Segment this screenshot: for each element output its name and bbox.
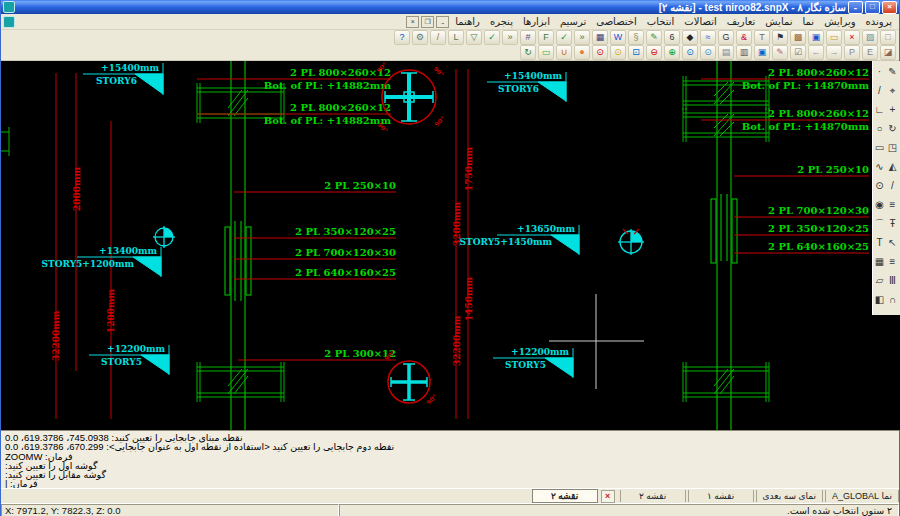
draw-tool-icon[interactable]: ⊙: [873, 177, 886, 196]
draw-tool-icon[interactable]: +: [886, 101, 899, 120]
left-column[interactable]: [225, 61, 251, 430]
sheet-tab[interactable]: نقشه ۲: [620, 490, 686, 502]
toolbar-icon[interactable]: ?: [394, 30, 410, 45]
sheet-tab[interactable]: نما A_GLOBAL: [825, 490, 899, 502]
menu-item[interactable]: تعاریف: [722, 16, 761, 27]
toolbar-icon[interactable]: ⊙: [700, 45, 716, 60]
toolbar-icon[interactable]: F: [538, 30, 554, 45]
toolbar-icon[interactable]: ←: [808, 45, 824, 60]
draw-tool-icon[interactable]: ◳: [886, 139, 899, 158]
toolbar-icon[interactable]: E: [862, 45, 878, 60]
maximize-button[interactable]: □: [865, 1, 880, 14]
toolbar-icon[interactable]: ⊙: [592, 45, 608, 60]
draw-tool-icon[interactable]: ▦: [873, 253, 886, 272]
toolbar-icon[interactable]: ✎: [646, 30, 662, 45]
draw-tool-icon[interactable]: ∟: [873, 101, 886, 120]
mdi-close-button[interactable]: ×: [406, 16, 419, 28]
minimize-button[interactable]: ـ: [848, 1, 863, 14]
menu-item[interactable]: ترسیم: [555, 16, 591, 27]
toolbar-icon[interactable]: W: [610, 30, 626, 45]
menu-item[interactable]: انتخاب: [642, 16, 680, 27]
toolbar-icon[interactable]: »: [574, 30, 590, 45]
menu-item[interactable]: اختصاصی: [591, 16, 642, 27]
draw-tool-icon[interactable]: ↖: [886, 234, 899, 253]
tab-close-icon[interactable]: ×: [601, 490, 615, 503]
toolbar-icon[interactable]: L: [448, 30, 464, 45]
draw-tool-icon[interactable]: /: [873, 82, 886, 101]
right-column[interactable]: [711, 61, 737, 430]
menu-item[interactable]: نمایش: [760, 16, 797, 27]
draw-tool-icon[interactable]: ≡: [886, 253, 899, 272]
toolbar-icon[interactable]: ▣: [808, 30, 824, 45]
toolbar-icon[interactable]: P: [844, 45, 860, 60]
toolbar-icon[interactable]: ⊖: [646, 45, 662, 60]
draw-tool-icon[interactable]: ↻: [886, 120, 899, 139]
toolbar-icon[interactable]: §: [628, 30, 644, 45]
sheet-tab-active[interactable]: نقشه ۲: [532, 489, 598, 503]
toolbar-icon[interactable]: ⊕: [664, 45, 680, 60]
menu-item[interactable]: ویرایش: [819, 16, 860, 27]
toolbar-icon[interactable]: ⚙: [412, 30, 428, 45]
draw-tool-icon[interactable]: ✎: [886, 63, 899, 82]
toolbar-icon[interactable]: »: [502, 30, 518, 45]
draw-tool-icon[interactable]: ·: [873, 63, 886, 82]
menu-item[interactable]: نما: [798, 16, 820, 27]
toolbar-icon[interactable]: ●: [574, 45, 590, 60]
toolbar-icon[interactable]: T: [754, 30, 770, 45]
toolbar-icon[interactable]: ▭: [538, 45, 554, 60]
menu-item[interactable]: پرونده: [861, 16, 897, 27]
draw-tool-icon[interactable]: ⌒: [873, 215, 886, 234]
toolbar-icon[interactable]: ▥: [736, 45, 752, 60]
draw-tool-icon[interactable]: T: [873, 234, 886, 253]
toolbar-icon[interactable]: ↻: [520, 45, 536, 60]
toolbar-icon[interactable]: ∪: [556, 45, 572, 60]
draw-tool-icon[interactable]: ○: [873, 120, 886, 139]
menu-item[interactable]: ابزارها: [518, 16, 555, 27]
crosshair-cursor[interactable]: [549, 294, 644, 389]
toolbar-icon[interactable]: ✓: [484, 30, 500, 45]
draw-tool-icon[interactable]: ▱: [873, 272, 886, 291]
close-button[interactable]: ×: [882, 1, 897, 14]
toolbar-icon[interactable]: /: [430, 30, 446, 45]
toolbar-icon[interactable]: &: [736, 30, 752, 45]
mdi-minimize-button[interactable]: ـ: [436, 16, 449, 28]
toolbar-icon[interactable]: ⊡: [628, 45, 644, 60]
menu-item[interactable]: اتصالات: [679, 16, 721, 27]
toolbar-icon[interactable]: ⊙: [610, 45, 626, 60]
draw-tool-icon[interactable]: ∿: [873, 158, 886, 177]
toolbar-icon[interactable]: ⊙: [682, 45, 698, 60]
toolbar-icon[interactable]: ◪: [880, 45, 896, 60]
toolbar-icon[interactable]: G: [718, 30, 734, 45]
toolbar-icon[interactable]: ☑: [790, 45, 806, 60]
toolbar-icon[interactable]: ⚑: [772, 30, 788, 45]
toolbar-icon[interactable]: ▤: [718, 45, 734, 60]
draw-tool-icon[interactable]: ◧: [873, 291, 886, 310]
title-bar[interactable]: سازه نگار ۸ - test niroo82.snpX - [نقشه …: [1, 0, 899, 14]
draw-tool-icon[interactable]: ▭: [873, 139, 886, 158]
toolbar-icon[interactable]: □: [880, 30, 896, 45]
toolbar-icon[interactable]: ✎: [772, 45, 788, 60]
toolbar-icon[interactable]: ▨: [862, 30, 878, 45]
toolbar-icon[interactable]: ▣: [754, 45, 770, 60]
sheet-tab[interactable]: نقشه ۱: [688, 490, 754, 502]
draw-tool-icon[interactable]: ∩: [886, 291, 899, 310]
toolbar-icon[interactable]: ▩: [790, 30, 806, 45]
toolbar-icon[interactable]: ◆: [682, 30, 698, 45]
toolbar-icon[interactable]: ≈: [700, 30, 716, 45]
sheet-tab[interactable]: نمای سه بعدی: [756, 490, 823, 502]
drawing-canvas[interactable]: 2000mm 1200mm 32200mm 1750mm 3200mm 1450…: [1, 61, 900, 430]
toolbar-icon[interactable]: ✓: [556, 30, 572, 45]
menu-item[interactable]: پنجره: [485, 16, 518, 27]
draw-tool-icon[interactable]: Ⅲ: [886, 272, 899, 291]
toolbar-icon[interactable]: 6: [664, 30, 680, 45]
draw-tool-icon[interactable]: ◉: [873, 196, 886, 215]
drawing-svg[interactable]: 2000mm 1200mm 32200mm 1750mm 3200mm 1450…: [1, 61, 873, 430]
toolbar-icon[interactable]: ▭: [826, 30, 842, 45]
draw-tool-icon[interactable]: ≡: [886, 196, 899, 215]
toolbar-icon[interactable]: ▦: [592, 30, 608, 45]
mdi-restore-button[interactable]: ❐: [421, 16, 434, 28]
menu-item[interactable]: راهنما: [450, 16, 485, 27]
draw-tool-icon[interactable]: ⌖: [886, 82, 899, 101]
draw-tool-icon[interactable]: Ŧ: [886, 215, 899, 234]
draw-tool-icon[interactable]: /: [886, 177, 899, 196]
